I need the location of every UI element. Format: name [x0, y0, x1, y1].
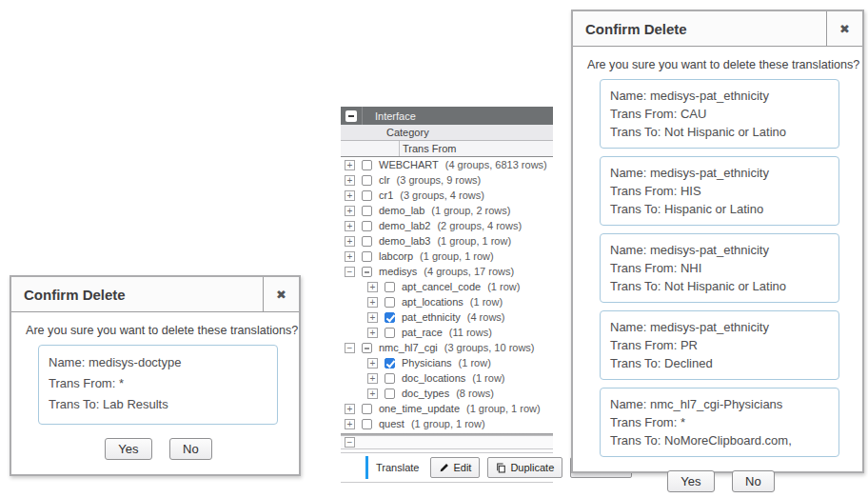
- tree-row[interactable]: +pat_ethnicity(4 rows): [341, 309, 553, 325]
- row-checkbox-unchecked[interactable]: [385, 373, 395, 384]
- row-label: demo_lab3: [379, 235, 430, 247]
- row-checkbox-unchecked[interactable]: [385, 297, 395, 308]
- tree-row[interactable]: +doc_types(8 rows): [341, 386, 553, 401]
- entry-from-line: Trans From: PR: [610, 336, 829, 354]
- row-checkbox-unchecked[interactable]: [362, 236, 372, 247]
- interface-tree-panel: Interface Category Trans From +WEBCHART(…: [341, 107, 553, 483]
- expand-icon[interactable]: +: [345, 190, 355, 201]
- tree-row[interactable]: +apt_locations(1 row): [341, 294, 553, 309]
- row-checkbox-checked[interactable]: [385, 358, 395, 369]
- row-checkbox-unchecked[interactable]: [362, 190, 372, 201]
- row-label: nmc_hl7_cgi: [379, 342, 438, 353]
- tree-row[interactable]: +labcorp(1 group, 1 row): [341, 249, 553, 264]
- translation-entry: Name: medisys-pat_ethnicityTrans From: C…: [600, 79, 839, 149]
- tree-row[interactable]: +clr(3 groups, 9 rows): [341, 172, 553, 188]
- tree-row[interactable]: +doc_locations(1 row): [341, 370, 553, 386]
- yes-button[interactable]: Yes: [105, 438, 151, 460]
- row-count: (8 rows): [456, 388, 494, 399]
- entry-name-line: Name: medisys-pat_ethnicity: [610, 87, 829, 105]
- tree-row[interactable]: +pat_race(11 rows): [341, 325, 553, 340]
- duplicate-button[interactable]: Duplicate: [487, 457, 562, 478]
- row-count: (1 group, 1 row): [411, 418, 485, 429]
- tree-row[interactable]: −nmc_hl7_cgi(3 groups, 10 rows): [341, 340, 553, 355]
- entry-to-line: Trans To: Not Hispanic or Latino: [610, 123, 829, 141]
- expand-icon[interactable]: +: [367, 282, 378, 292]
- row-checkbox-unchecked[interactable]: [362, 404, 372, 414]
- tree-row[interactable]: −medisys(4 groups, 17 rows): [341, 264, 553, 279]
- expand-icon[interactable]: +: [345, 160, 355, 170]
- duplicate-button-label: Duplicate: [510, 462, 554, 473]
- close-icon[interactable]: ✖: [263, 277, 299, 311]
- expand-icon[interactable]: +: [345, 419, 355, 429]
- row-checkbox-unchecked[interactable]: [362, 160, 372, 170]
- row-checkbox-indeterminate[interactable]: [362, 267, 372, 277]
- row-checkbox-checked[interactable]: [385, 312, 395, 323]
- row-checkbox-unchecked[interactable]: [362, 251, 372, 262]
- tree-row[interactable]: +one_time_update(1 group, 1 row): [341, 401, 553, 416]
- row-count: (3 groups, 10 rows): [444, 342, 535, 353]
- confirm-delete-dialog-right: Confirm Delete ✖ Are you sure you want t…: [571, 10, 864, 473]
- row-label: doc_types: [402, 388, 449, 399]
- row-count: (1 row): [459, 357, 491, 369]
- tree-row[interactable]: +demo_lab3(1 group, 1 row): [341, 233, 553, 249]
- tree-row[interactable]: +WEBCHART(4 groups, 6813 rows): [341, 157, 553, 172]
- expand-icon[interactable]: +: [367, 388, 378, 399]
- tree-row[interactable]: +quest(1 group, 1 row): [341, 416, 553, 431]
- close-icon[interactable]: ✖: [826, 11, 862, 46]
- row-label: doc_locations: [402, 372, 465, 384]
- interface-column-header: Interface: [363, 110, 416, 122]
- tree-row[interactable]: +demo_lab(1 group, 2 rows): [341, 203, 553, 218]
- row-checkbox-unchecked[interactable]: [385, 328, 395, 338]
- collapse-icon[interactable]: −: [345, 437, 355, 448]
- pencil-icon: [439, 463, 449, 473]
- expand-icon[interactable]: +: [345, 251, 355, 262]
- expand-icon[interactable]: +: [367, 297, 378, 308]
- collapse-icon[interactable]: −: [345, 267, 355, 277]
- expand-icon[interactable]: +: [345, 175, 355, 186]
- entry-to-line: Trans To: Not Hispanic or Latino: [610, 277, 829, 295]
- row-checkbox-unchecked[interactable]: [385, 388, 395, 399]
- collapse-icon[interactable]: −: [345, 343, 355, 353]
- row-checkbox-unchecked[interactable]: [362, 206, 372, 216]
- header-spacer-cell: [341, 141, 400, 156]
- translate-tab[interactable]: Translate: [376, 462, 419, 473]
- expand-icon[interactable]: +: [367, 373, 378, 384]
- row-checkbox-unchecked[interactable]: [385, 282, 395, 292]
- row-checkbox-unchecked[interactable]: [362, 221, 372, 231]
- collapse-all-icon[interactable]: [345, 110, 357, 122]
- row-count: (1 row): [487, 281, 520, 292]
- header-icon-cell: [341, 107, 363, 125]
- dialog-titlebar: Confirm Delete ✖: [11, 277, 299, 312]
- edit-button[interactable]: Edit: [430, 457, 480, 478]
- dialog-title: Confirm Delete: [11, 277, 263, 311]
- entry-from-line: Trans From: NHI: [610, 259, 829, 277]
- row-label: WEBCHART: [379, 159, 439, 170]
- no-button[interactable]: No: [732, 470, 775, 492]
- yes-button[interactable]: Yes: [667, 470, 714, 492]
- tree-row[interactable]: +Physicians(1 row): [341, 355, 553, 370]
- tree-rows: +WEBCHART(4 groups, 6813 rows)+clr(3 gro…: [341, 157, 553, 431]
- tree-row[interactable]: +apt_cancel_code(1 row): [341, 279, 553, 294]
- expand-icon[interactable]: +: [345, 221, 355, 231]
- row-checkbox-indeterminate[interactable]: [362, 343, 372, 353]
- entry-name-line: Name: medisys-pat_ethnicity: [610, 318, 829, 336]
- expand-icon[interactable]: +: [367, 358, 378, 369]
- expand-icon[interactable]: +: [345, 236, 355, 247]
- expand-icon[interactable]: +: [367, 312, 378, 323]
- translation-entry: Name: nmc_hl7_cgi-PhysiciansTrans From: …: [600, 388, 839, 457]
- row-count: (4 groups, 17 rows): [424, 266, 514, 277]
- row-count: (11 rows): [449, 327, 492, 338]
- tree-row[interactable]: +demo_lab2(2 groups, 4 rows): [341, 218, 553, 233]
- no-button[interactable]: No: [169, 438, 212, 460]
- row-checkbox-unchecked[interactable]: [362, 419, 372, 429]
- row-checkbox-unchecked[interactable]: [362, 175, 372, 186]
- expand-icon[interactable]: +: [345, 206, 355, 216]
- trans-from-header-row: Trans From: [341, 141, 553, 157]
- expand-icon[interactable]: +: [345, 404, 355, 414]
- tree-row[interactable]: +cr1(3 groups, 4 rows): [341, 188, 553, 203]
- row-label: clr: [379, 174, 390, 186]
- dialog-title: Confirm Delete: [573, 11, 826, 46]
- entry-from-line: Trans From: CAU: [610, 105, 829, 123]
- expand-icon[interactable]: +: [367, 328, 378, 338]
- dialog-buttons: Yes No: [26, 438, 291, 460]
